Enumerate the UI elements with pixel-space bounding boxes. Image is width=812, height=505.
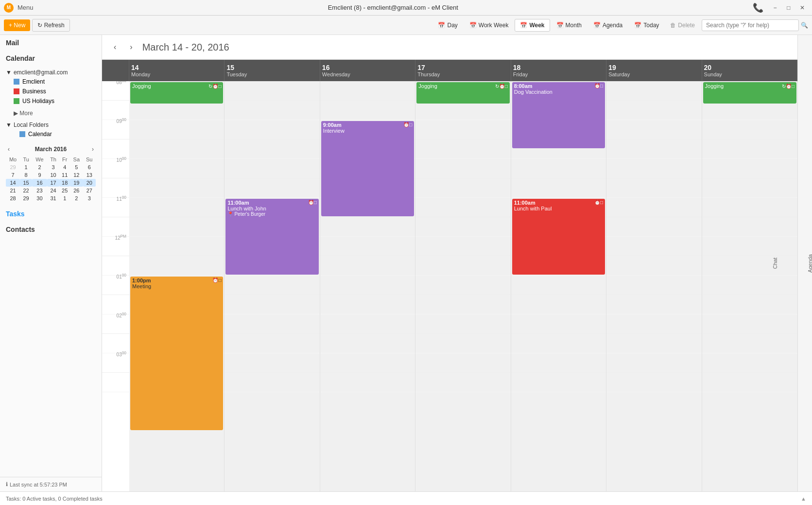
time-row[interactable] [320, 353, 415, 373]
mini-cal-day[interactable]: 18 [59, 179, 70, 187]
mini-cal-day[interactable]: 2 [32, 163, 47, 171]
calendar-item-emclient[interactable]: Emclient [6, 77, 96, 87]
mini-cal-day[interactable]: 19 [70, 179, 83, 187]
time-row[interactable] [415, 178, 510, 198]
time-row[interactable] [606, 276, 701, 295]
time-row[interactable] [320, 276, 415, 295]
menu-label[interactable]: Menu [17, 4, 34, 11]
sidebar-item-tasks[interactable]: Tasks [0, 206, 102, 222]
mini-cal-next[interactable]: › [90, 145, 96, 154]
time-row[interactable] [606, 373, 701, 392]
time-row[interactable] [702, 178, 797, 198]
time-row[interactable] [702, 159, 797, 178]
time-row[interactable] [702, 101, 797, 120]
calendar-event[interactable]: Jogging ↻⏰□ [703, 82, 796, 104]
time-row[interactable] [606, 120, 701, 139]
time-row[interactable] [606, 334, 701, 353]
time-row[interactable] [606, 198, 701, 217]
time-row[interactable] [702, 256, 797, 276]
time-row[interactable] [415, 237, 510, 256]
time-row[interactable] [606, 256, 701, 276]
time-row[interactable] [606, 295, 701, 314]
scroll-top-icon[interactable]: ▲ [801, 496, 806, 502]
time-row[interactable] [415, 159, 510, 178]
time-row[interactable] [129, 139, 224, 159]
refresh-button[interactable]: ↻ Refresh [32, 19, 69, 32]
mini-cal-day[interactable]: 12 [70, 171, 83, 179]
time-row[interactable] [511, 276, 606, 295]
mini-cal-day[interactable]: 31 [47, 194, 59, 202]
mini-cal-prev[interactable]: ‹ [6, 145, 12, 154]
time-row[interactable] [320, 256, 415, 276]
time-row[interactable] [320, 217, 415, 237]
calendar-event[interactable]: Jogging ↻⏰□ [130, 82, 223, 104]
today-button[interactable]: 📅 Today [629, 19, 664, 32]
time-row[interactable] [606, 217, 701, 237]
sidebar-more[interactable]: ▶ More [6, 108, 96, 119]
maximize-button[interactable]: □ [783, 2, 795, 14]
time-row[interactable] [702, 314, 797, 334]
search-icon[interactable]: 🔍 [801, 22, 808, 29]
time-row[interactable] [511, 373, 606, 392]
time-row[interactable] [225, 120, 319, 139]
time-row[interactable] [225, 276, 319, 295]
time-row[interactable] [225, 314, 319, 334]
time-row[interactable] [606, 237, 701, 256]
time-row[interactable] [225, 295, 319, 314]
calendar-event[interactable]: 1:00pm ⏰□Meeting [130, 277, 223, 430]
time-row[interactable] [415, 217, 510, 237]
new-button[interactable]: + New [4, 19, 30, 31]
time-row[interactable] [606, 353, 701, 373]
time-row[interactable] [606, 159, 701, 178]
mini-cal-day[interactable]: 25 [59, 187, 70, 194]
day-view-button[interactable]: 📅 Day [432, 19, 463, 32]
time-row[interactable] [320, 334, 415, 353]
mini-cal-day[interactable]: 14 [6, 179, 20, 187]
local-calendar-item[interactable]: Calendar [6, 129, 96, 139]
time-row[interactable] [702, 276, 797, 295]
mini-cal-day[interactable]: 29 [6, 163, 20, 171]
calendar-event[interactable]: 9:00am ⏰□Interview [321, 121, 414, 216]
calendar-event[interactable]: Jogging ↻⏰□ [416, 82, 509, 104]
time-row[interactable] [129, 217, 224, 237]
time-row[interactable] [511, 353, 606, 373]
time-row[interactable] [511, 178, 606, 198]
sidebar-item-mail[interactable]: Mail [0, 35, 102, 51]
time-row[interactable] [415, 198, 510, 217]
calendar-item-holidays[interactable]: US Holidays [6, 96, 96, 106]
time-row[interactable] [606, 101, 701, 120]
time-row[interactable] [415, 101, 510, 120]
time-row[interactable] [606, 178, 701, 198]
close-button[interactable]: ✕ [796, 2, 808, 14]
time-row[interactable] [415, 373, 510, 392]
time-row[interactable] [702, 373, 797, 392]
time-row[interactable] [511, 295, 606, 314]
mini-cal-day[interactable]: 13 [83, 171, 96, 179]
time-row[interactable] [702, 120, 797, 139]
calendar-next-button[interactable]: › [126, 41, 136, 53]
mini-cal-day[interactable]: 30 [32, 194, 47, 202]
time-row[interactable] [129, 101, 224, 120]
mini-cal-day[interactable]: 28 [6, 194, 20, 202]
time-row[interactable] [320, 373, 415, 392]
mini-cal-day[interactable]: 29 [20, 194, 32, 202]
calendar-event[interactable]: 11:00am ⏰□Lunch with John📍Peter's Burger [225, 199, 318, 275]
mini-cal-day[interactable]: 11 [59, 171, 70, 179]
mini-cal-day[interactable]: 9 [32, 171, 47, 179]
time-row[interactable] [606, 314, 701, 334]
time-row[interactable] [606, 139, 701, 159]
time-row[interactable] [129, 198, 224, 217]
time-row[interactable] [702, 295, 797, 314]
time-row[interactable] [415, 256, 510, 276]
calendar-event[interactable]: 11:00am ⏰□Lunch with Paul [512, 199, 605, 275]
time-row[interactable] [225, 81, 319, 101]
time-row[interactable] [225, 101, 319, 120]
mini-cal-day[interactable]: 10 [47, 171, 59, 179]
time-row[interactable] [415, 314, 510, 334]
time-row[interactable] [415, 353, 510, 373]
mini-cal-day[interactable]: 26 [70, 187, 83, 194]
time-row[interactable] [702, 198, 797, 217]
time-row[interactable] [511, 334, 606, 353]
time-row[interactable] [415, 295, 510, 314]
time-row[interactable] [129, 120, 224, 139]
